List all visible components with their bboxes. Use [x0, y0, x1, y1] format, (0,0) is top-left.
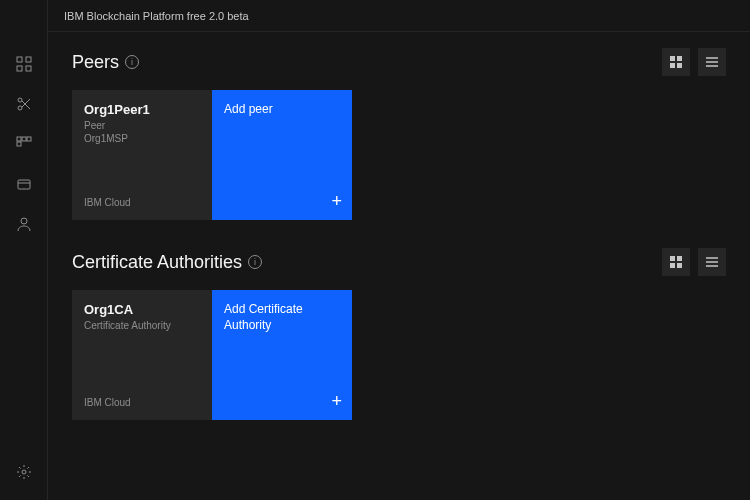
ca-card-title: Org1CA: [84, 302, 200, 317]
svg-rect-26: [677, 263, 682, 268]
add-ca-label: Add Certificate Authority: [224, 302, 340, 333]
svg-rect-10: [27, 137, 31, 141]
svg-point-5: [18, 106, 22, 110]
list-view-icon: [705, 255, 719, 269]
sidebar-item-users[interactable]: [0, 208, 48, 240]
svg-rect-12: [18, 180, 30, 189]
svg-point-14: [21, 218, 27, 224]
svg-rect-0: [17, 57, 22, 62]
sidebar-item-smart-contracts[interactable]: [0, 128, 48, 160]
plus-icon: +: [331, 391, 342, 412]
peers-cards: Org1Peer1 Peer Org1MSP IBM Cloud Add pee…: [72, 90, 726, 220]
user-icon: [16, 216, 32, 232]
app-title: IBM Blockchain Platform free 2.0 beta: [64, 10, 249, 22]
cas-header: Certificate Authorities i: [72, 248, 726, 276]
list-view-button[interactable]: [698, 248, 726, 276]
list-view-icon: [705, 55, 719, 69]
peers-title: Peers: [72, 52, 119, 73]
info-icon[interactable]: i: [248, 255, 262, 269]
apps-icon: [16, 136, 32, 152]
grid-view-button[interactable]: [662, 248, 690, 276]
svg-line-7: [22, 99, 30, 107]
peer-card-type: Peer: [84, 119, 200, 132]
ca-card-location: IBM Cloud: [84, 397, 200, 408]
sidebar-item-settings[interactable]: [0, 456, 48, 488]
gear-icon: [16, 464, 32, 480]
ca-card[interactable]: Org1CA Certificate Authority IBM Cloud: [72, 290, 212, 420]
peer-card-location: IBM Cloud: [84, 197, 200, 208]
svg-rect-8: [17, 137, 21, 141]
svg-rect-17: [677, 56, 682, 61]
ca-card-type: Certificate Authority: [84, 319, 200, 332]
cas-section: Certificate Authorities i Org1CA Certifi…: [72, 248, 726, 420]
svg-rect-18: [670, 63, 675, 68]
svg-rect-19: [677, 63, 682, 68]
peers-section: Peers i Org1Peer1 Peer Org1MSP: [72, 48, 726, 220]
svg-rect-16: [670, 56, 675, 61]
main: IBM Blockchain Platform free 2.0 beta Pe…: [48, 0, 750, 500]
list-view-button[interactable]: [698, 48, 726, 76]
svg-rect-9: [22, 137, 26, 141]
add-peer-button[interactable]: Add peer +: [212, 90, 352, 220]
sidebar-item-nodes[interactable]: [0, 48, 48, 80]
content: Peers i Org1Peer1 Peer Org1MSP: [48, 32, 750, 500]
grid-view-icon: [669, 255, 683, 269]
svg-line-6: [22, 101, 30, 109]
peers-header: Peers i: [72, 48, 726, 76]
wallet-icon: [16, 176, 32, 192]
plus-icon: +: [331, 191, 342, 212]
topbar: IBM Blockchain Platform free 2.0 beta: [48, 0, 750, 32]
sidebar-item-wallet[interactable]: [0, 168, 48, 200]
svg-rect-1: [26, 57, 31, 62]
grid-view-button[interactable]: [662, 48, 690, 76]
grid-icon: [16, 56, 32, 72]
add-ca-button[interactable]: Add Certificate Authority +: [212, 290, 352, 420]
scissors-icon: [16, 96, 32, 112]
svg-rect-25: [670, 263, 675, 268]
svg-rect-24: [677, 256, 682, 261]
cas-cards: Org1CA Certificate Authority IBM Cloud A…: [72, 290, 726, 420]
peer-card-msp: Org1MSP: [84, 132, 200, 145]
peer-card-title: Org1Peer1: [84, 102, 200, 117]
add-peer-label: Add peer: [224, 102, 340, 118]
info-icon[interactable]: i: [125, 55, 139, 69]
sidebar-item-channels[interactable]: [0, 88, 48, 120]
svg-point-15: [22, 470, 26, 474]
svg-rect-23: [670, 256, 675, 261]
cas-title: Certificate Authorities: [72, 252, 242, 273]
svg-rect-2: [17, 66, 22, 71]
grid-view-icon: [669, 55, 683, 69]
svg-rect-3: [26, 66, 31, 71]
svg-point-4: [18, 98, 22, 102]
peer-card[interactable]: Org1Peer1 Peer Org1MSP IBM Cloud: [72, 90, 212, 220]
svg-rect-11: [17, 142, 21, 146]
sidebar: [0, 0, 48, 500]
